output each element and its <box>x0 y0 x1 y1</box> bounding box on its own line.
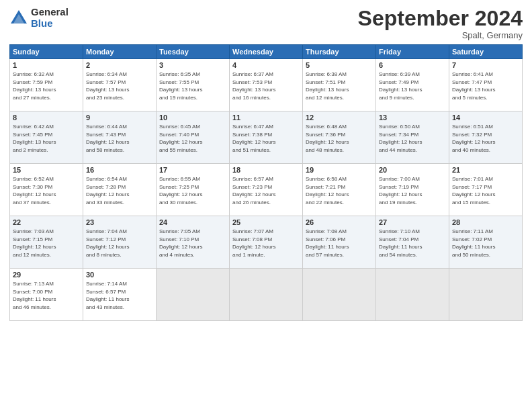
day-number: 5 <box>306 61 373 69</box>
day-number: 30 <box>86 271 153 279</box>
day-info: Sunrise: 6:44 AMSunset: 7:43 PMDaylight:… <box>86 123 153 154</box>
table-cell: 5Sunrise: 6:38 AMSunset: 7:51 PMDaylight… <box>303 59 376 111</box>
table-cell <box>230 269 303 321</box>
logo-blue: Blue <box>31 18 69 30</box>
col-thursday: Thursday <box>303 45 376 59</box>
month-title: September 2024 <box>358 7 523 30</box>
day-number: 12 <box>306 113 373 122</box>
day-number: 26 <box>306 218 373 226</box>
calendar-week: 15Sunrise: 6:52 AMSunset: 7:30 PMDayligh… <box>10 164 523 216</box>
day-info: Sunrise: 7:00 AMSunset: 7:19 PMDaylight:… <box>379 175 446 206</box>
col-wednesday: Wednesday <box>230 45 303 59</box>
table-cell: 8Sunrise: 6:42 AMSunset: 7:45 PMDaylight… <box>10 111 83 164</box>
day-info: Sunrise: 7:10 AMSunset: 7:04 PMDaylight:… <box>379 228 446 259</box>
day-number: 23 <box>86 218 153 226</box>
table-cell: 19Sunrise: 6:58 AMSunset: 7:21 PMDayligh… <box>303 164 376 216</box>
table-cell: 28Sunrise: 7:11 AMSunset: 7:02 PMDayligh… <box>449 216 523 269</box>
table-cell: 20Sunrise: 7:00 AMSunset: 7:19 PMDayligh… <box>376 164 449 216</box>
day-info: Sunrise: 6:51 AMSunset: 7:32 PMDaylight:… <box>452 123 519 154</box>
day-info: Sunrise: 7:11 AMSunset: 7:02 PMDaylight:… <box>452 228 519 259</box>
col-tuesday: Tuesday <box>157 45 230 59</box>
title-block: September 2024 Spalt, Germany <box>358 7 523 40</box>
table-cell: 10Sunrise: 6:45 AMSunset: 7:40 PMDayligh… <box>157 111 230 164</box>
day-info: Sunrise: 6:39 AMSunset: 7:49 PMDaylight:… <box>379 71 446 101</box>
table-cell: 15Sunrise: 6:52 AMSunset: 7:30 PMDayligh… <box>10 164 83 216</box>
table-cell: 3Sunrise: 6:35 AMSunset: 7:55 PMDaylight… <box>157 59 230 111</box>
table-cell: 1Sunrise: 6:32 AMSunset: 7:59 PMDaylight… <box>10 59 83 111</box>
day-number: 29 <box>13 271 80 279</box>
header-row: Sunday Monday Tuesday Wednesday Thursday… <box>10 45 523 59</box>
day-number: 1 <box>13 61 80 69</box>
col-sunday: Sunday <box>10 45 83 59</box>
calendar-page: General Blue September 2024 Spalt, Germa… <box>0 0 532 411</box>
day-info: Sunrise: 6:48 AMSunset: 7:36 PMDaylight:… <box>306 123 373 154</box>
table-cell: 17Sunrise: 6:55 AMSunset: 7:25 PMDayligh… <box>157 164 230 216</box>
day-number: 2 <box>86 61 153 69</box>
day-info: Sunrise: 6:35 AMSunset: 7:55 PMDaylight:… <box>159 71 226 101</box>
day-info: Sunrise: 7:13 AMSunset: 7:00 PMDaylight:… <box>13 280 80 311</box>
table-cell: 9Sunrise: 6:44 AMSunset: 7:43 PMDaylight… <box>83 111 157 164</box>
table-cell: 4Sunrise: 6:37 AMSunset: 7:53 PMDaylight… <box>230 59 303 111</box>
day-info: Sunrise: 7:04 AMSunset: 7:12 PMDaylight:… <box>86 228 153 259</box>
table-cell <box>449 269 523 321</box>
table-cell: 6Sunrise: 6:39 AMSunset: 7:49 PMDaylight… <box>376 59 449 111</box>
table-cell: 2Sunrise: 6:34 AMSunset: 7:57 PMDaylight… <box>83 59 157 111</box>
day-info: Sunrise: 6:34 AMSunset: 7:57 PMDaylight:… <box>86 71 153 101</box>
day-info: Sunrise: 6:32 AMSunset: 7:59 PMDaylight:… <box>13 71 80 101</box>
day-info: Sunrise: 7:07 AMSunset: 7:08 PMDaylight:… <box>232 228 300 259</box>
day-number: 9 <box>86 113 153 122</box>
day-number: 21 <box>452 166 519 174</box>
day-info: Sunrise: 6:41 AMSunset: 7:47 PMDaylight:… <box>452 71 519 101</box>
day-info: Sunrise: 7:14 AMSunset: 6:57 PMDaylight:… <box>86 280 153 311</box>
day-info: Sunrise: 6:47 AMSunset: 7:38 PMDaylight:… <box>232 123 300 154</box>
table-cell: 13Sunrise: 6:50 AMSunset: 7:34 PMDayligh… <box>376 111 449 164</box>
table-cell: 11Sunrise: 6:47 AMSunset: 7:38 PMDayligh… <box>230 111 303 164</box>
day-number: 3 <box>159 61 226 69</box>
day-number: 24 <box>159 218 226 226</box>
day-number: 16 <box>86 166 153 174</box>
table-cell: 7Sunrise: 6:41 AMSunset: 7:47 PMDaylight… <box>449 59 523 111</box>
day-number: 27 <box>379 218 446 226</box>
header: General Blue September 2024 Spalt, Germa… <box>9 7 523 40</box>
table-cell: 27Sunrise: 7:10 AMSunset: 7:04 PMDayligh… <box>376 216 449 269</box>
day-info: Sunrise: 6:38 AMSunset: 7:51 PMDaylight:… <box>306 71 373 101</box>
logo-text: General Blue <box>31 7 69 29</box>
day-number: 15 <box>13 166 80 174</box>
day-number: 25 <box>232 218 300 226</box>
day-number: 11 <box>232 113 300 122</box>
logo: General Blue <box>9 7 69 29</box>
day-number: 17 <box>159 166 226 174</box>
calendar-table: Sunday Monday Tuesday Wednesday Thursday… <box>9 44 523 321</box>
day-info: Sunrise: 6:37 AMSunset: 7:53 PMDaylight:… <box>232 71 300 101</box>
calendar-week: 29Sunrise: 7:13 AMSunset: 7:00 PMDayligh… <box>10 269 523 321</box>
day-number: 20 <box>379 166 446 174</box>
day-number: 14 <box>452 113 519 122</box>
logo-icon <box>9 9 28 28</box>
col-saturday: Saturday <box>449 45 523 59</box>
table-cell: 24Sunrise: 7:05 AMSunset: 7:10 PMDayligh… <box>157 216 230 269</box>
day-number: 10 <box>159 113 226 122</box>
day-info: Sunrise: 7:08 AMSunset: 7:06 PMDaylight:… <box>306 228 373 259</box>
table-cell: 14Sunrise: 6:51 AMSunset: 7:32 PMDayligh… <box>449 111 523 164</box>
location: Spalt, Germany <box>358 30 523 40</box>
table-cell: 22Sunrise: 7:03 AMSunset: 7:15 PMDayligh… <box>10 216 83 269</box>
day-info: Sunrise: 6:52 AMSunset: 7:30 PMDaylight:… <box>13 175 80 206</box>
day-number: 22 <box>13 218 80 226</box>
day-info: Sunrise: 7:05 AMSunset: 7:10 PMDaylight:… <box>159 228 226 259</box>
day-info: Sunrise: 6:54 AMSunset: 7:28 PMDaylight:… <box>86 175 153 206</box>
day-info: Sunrise: 6:50 AMSunset: 7:34 PMDaylight:… <box>379 123 446 154</box>
day-info: Sunrise: 6:42 AMSunset: 7:45 PMDaylight:… <box>13 123 80 154</box>
table-cell: 26Sunrise: 7:08 AMSunset: 7:06 PMDayligh… <box>303 216 376 269</box>
day-info: Sunrise: 6:57 AMSunset: 7:23 PMDaylight:… <box>232 175 300 206</box>
day-number: 28 <box>452 218 519 226</box>
day-number: 7 <box>452 61 519 69</box>
col-friday: Friday <box>376 45 449 59</box>
table-cell: 21Sunrise: 7:01 AMSunset: 7:17 PMDayligh… <box>449 164 523 216</box>
table-cell: 16Sunrise: 6:54 AMSunset: 7:28 PMDayligh… <box>83 164 157 216</box>
table-cell <box>376 269 449 321</box>
day-info: Sunrise: 7:03 AMSunset: 7:15 PMDaylight:… <box>13 228 80 259</box>
day-number: 19 <box>306 166 373 174</box>
day-number: 13 <box>379 113 446 122</box>
day-info: Sunrise: 7:01 AMSunset: 7:17 PMDaylight:… <box>452 175 519 206</box>
day-info: Sunrise: 6:55 AMSunset: 7:25 PMDaylight:… <box>159 175 226 206</box>
